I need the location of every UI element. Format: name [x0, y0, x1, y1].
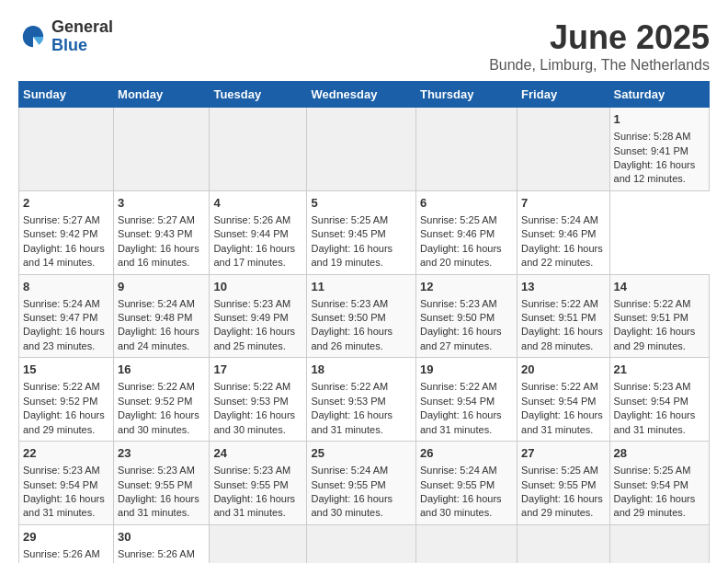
calendar-table: SundayMondayTuesdayWednesdayThursdayFrid… [18, 81, 710, 563]
empty-cell [19, 108, 114, 191]
empty-cell [114, 108, 210, 191]
day-number: 30 [118, 529, 205, 546]
calendar-day: 5Sunrise: 5:25 AMSunset: 9:45 PMDaylight… [307, 190, 416, 274]
calendar-day: 25Sunrise: 5:24 AMSunset: 9:55 PMDayligh… [307, 442, 416, 525]
logo-icon [18, 22, 48, 52]
calendar-day: 4Sunrise: 5:26 AMSunset: 9:44 PMDaylight… [210, 190, 307, 274]
calendar-day: 10Sunrise: 5:23 AMSunset: 9:49 PMDayligh… [210, 274, 307, 358]
day-number: 7 [521, 195, 605, 212]
day-number: 9 [118, 279, 205, 295]
empty-cell [210, 524, 307, 563]
calendar-day: 19Sunrise: 5:22 AMSunset: 9:54 PMDayligh… [415, 358, 517, 442]
month-title: June 2025 [489, 18, 710, 57]
logo-text: General Blue [51, 18, 113, 55]
location-title: Bunde, Limburg, The Netherlands [489, 57, 710, 74]
day-number: 29 [23, 529, 109, 546]
day-number: 23 [118, 445, 205, 462]
day-number: 6 [420, 195, 513, 212]
day-number: 13 [521, 279, 605, 295]
calendar-day: 22Sunrise: 5:23 AMSunset: 9:54 PMDayligh… [19, 442, 114, 525]
empty-cell [415, 524, 517, 563]
calendar-day: 29Sunrise: 5:26 AMSunset: 9:54 PMDayligh… [19, 524, 114, 563]
calendar-header-row: SundayMondayTuesdayWednesdayThursdayFrid… [19, 82, 710, 108]
day-number: 26 [420, 445, 513, 462]
calendar-day: 26Sunrise: 5:24 AMSunset: 9:55 PMDayligh… [415, 442, 517, 525]
calendar-day: 17Sunrise: 5:22 AMSunset: 9:53 PMDayligh… [210, 358, 307, 442]
header-day-saturday: Saturday [609, 82, 709, 108]
day-number: 8 [23, 279, 109, 295]
day-number: 28 [614, 445, 705, 462]
title-area: June 2025 Bunde, Limburg, The Netherland… [489, 18, 710, 74]
calendar-day: 3Sunrise: 5:27 AMSunset: 9:43 PMDaylight… [114, 190, 210, 274]
day-number: 11 [311, 279, 412, 295]
calendar-day: 15Sunrise: 5:22 AMSunset: 9:52 PMDayligh… [19, 358, 114, 442]
calendar-day: 7Sunrise: 5:24 AMSunset: 9:46 PMDaylight… [518, 190, 609, 274]
empty-cell [210, 108, 307, 191]
calendar-day: 20Sunrise: 5:22 AMSunset: 9:54 PMDayligh… [518, 358, 609, 442]
empty-cell [609, 524, 709, 563]
calendar-day: 14Sunrise: 5:22 AMSunset: 9:51 PMDayligh… [609, 274, 709, 358]
header-day-tuesday: Tuesday [210, 82, 307, 108]
day-number: 21 [614, 362, 705, 378]
calendar-day: 23Sunrise: 5:23 AMSunset: 9:55 PMDayligh… [114, 442, 210, 525]
calendar-day: 6Sunrise: 5:25 AMSunset: 9:46 PMDaylight… [415, 190, 517, 274]
header-day-friday: Friday [518, 82, 609, 108]
calendar-day: 1Sunrise: 5:28 AMSunset: 9:41 PMDaylight… [609, 108, 709, 191]
calendar-week-row: 29Sunrise: 5:26 AMSunset: 9:54 PMDayligh… [19, 524, 710, 563]
day-number: 22 [23, 445, 109, 462]
day-number: 3 [118, 195, 205, 212]
calendar-day: 11Sunrise: 5:23 AMSunset: 9:50 PMDayligh… [307, 274, 416, 358]
calendar-day: 16Sunrise: 5:22 AMSunset: 9:52 PMDayligh… [114, 358, 210, 442]
day-number: 10 [213, 279, 302, 295]
empty-cell [518, 108, 609, 191]
calendar-week-row: 8Sunrise: 5:24 AMSunset: 9:47 PMDaylight… [19, 274, 710, 358]
day-number: 20 [521, 362, 605, 378]
day-number: 24 [213, 445, 302, 462]
day-number: 17 [213, 362, 302, 378]
day-number: 25 [311, 445, 412, 462]
empty-cell [518, 524, 609, 563]
header: General Blue June 2025 Bunde, Limburg, T… [18, 18, 710, 74]
calendar-day: 12Sunrise: 5:23 AMSunset: 9:50 PMDayligh… [415, 274, 517, 358]
day-number: 2 [23, 195, 109, 212]
calendar-day: 13Sunrise: 5:22 AMSunset: 9:51 PMDayligh… [518, 274, 609, 358]
empty-cell [307, 524, 416, 563]
empty-cell [307, 108, 416, 191]
calendar-day: 9Sunrise: 5:24 AMSunset: 9:48 PMDaylight… [114, 274, 210, 358]
header-day-wednesday: Wednesday [307, 82, 416, 108]
day-number: 12 [420, 279, 513, 295]
logo: General Blue [18, 18, 113, 55]
header-day-monday: Monday [114, 82, 210, 108]
day-number: 18 [311, 362, 412, 378]
calendar-day: 18Sunrise: 5:22 AMSunset: 9:53 PMDayligh… [307, 358, 416, 442]
empty-cell [415, 108, 517, 191]
calendar-day: 8Sunrise: 5:24 AMSunset: 9:47 PMDaylight… [19, 274, 114, 358]
day-number: 4 [213, 195, 302, 212]
day-number: 15 [23, 362, 109, 378]
day-number: 16 [118, 362, 205, 378]
calendar-day: 30Sunrise: 5:26 AMSunset: 9:54 PMDayligh… [114, 524, 210, 563]
calendar-week-row: 15Sunrise: 5:22 AMSunset: 9:52 PMDayligh… [19, 358, 710, 442]
calendar-day: 24Sunrise: 5:23 AMSunset: 9:55 PMDayligh… [210, 442, 307, 525]
calendar-week-row: 2Sunrise: 5:27 AMSunset: 9:42 PMDaylight… [19, 190, 710, 274]
calendar-week-row: 1Sunrise: 5:28 AMSunset: 9:41 PMDaylight… [19, 108, 710, 191]
logo-blue: Blue [51, 37, 113, 55]
day-number: 19 [420, 362, 513, 378]
day-number: 1 [614, 111, 705, 128]
logo-general: General [51, 18, 113, 37]
day-number: 14 [614, 279, 705, 295]
day-number: 5 [311, 195, 412, 212]
calendar-day: 27Sunrise: 5:25 AMSunset: 9:55 PMDayligh… [518, 442, 609, 525]
calendar-week-row: 22Sunrise: 5:23 AMSunset: 9:54 PMDayligh… [19, 442, 710, 525]
calendar-day: 21Sunrise: 5:23 AMSunset: 9:54 PMDayligh… [609, 358, 709, 442]
day-number: 27 [521, 445, 605, 462]
calendar-day: 28Sunrise: 5:25 AMSunset: 9:54 PMDayligh… [609, 442, 709, 525]
calendar-day: 2Sunrise: 5:27 AMSunset: 9:42 PMDaylight… [19, 190, 114, 274]
header-day-thursday: Thursday [415, 82, 517, 108]
header-day-sunday: Sunday [19, 82, 114, 108]
